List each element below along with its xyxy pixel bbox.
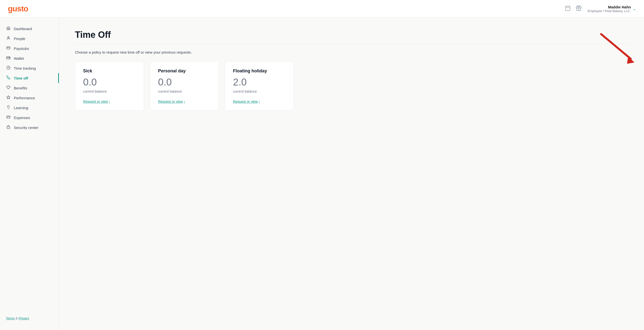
svg-point-10: [9, 58, 9, 58]
main-content: Time Off Choose a policy to request new …: [59, 18, 644, 330]
policy-card-sick[interactable]: Sick 0.0 current balance Request or view…: [75, 61, 144, 111]
sidebar-label-expenses: Expenses: [14, 116, 30, 120]
sidebar-label-security-center: Security center: [14, 125, 38, 130]
card-balance-label-floating-holiday: current balance: [233, 89, 286, 93]
page-divider: [75, 44, 628, 44]
card-link-sick[interactable]: Request or view ›: [83, 100, 136, 103]
sidebar-item-security-center[interactable]: Security center: [0, 122, 59, 132]
chevron-down-icon: ⌄: [633, 7, 636, 11]
sidebar-label-performance: Performance: [14, 96, 35, 100]
sidebar-footer: Terms & Privacy: [0, 312, 59, 324]
svg-rect-15: [7, 116, 10, 118]
clock-icon: [6, 66, 11, 71]
footer-ampersand: &: [14, 316, 18, 320]
card-balance-label-personal-day: current balance: [158, 89, 211, 93]
card-balance-floating-holiday: 2.0: [233, 77, 286, 87]
sidebar-label-wallet: Wallet: [14, 56, 24, 61]
sidebar-label-people: People: [14, 37, 26, 41]
sidebar-item-people[interactable]: People: [0, 34, 59, 44]
sidebar-item-expenses[interactable]: Expenses: [0, 113, 59, 122]
svg-rect-7: [7, 47, 10, 49]
lightbulb-icon: [6, 105, 11, 110]
card-balance-sick: 0.0: [83, 77, 136, 87]
sidebar-item-wallet[interactable]: Wallet: [0, 53, 59, 63]
sidebar: Dashboard People Payst: [0, 18, 59, 330]
sidebar-label-learning: Learning: [14, 106, 28, 110]
sidebar-label-paystubs: Paystubs: [14, 46, 29, 51]
user-menu[interactable]: Maddie Hahn Employee • Pixel Bakery, LLC…: [588, 5, 636, 13]
card-title-personal-day: Personal day: [158, 68, 211, 74]
policy-card-floating-holiday[interactable]: Floating holiday 2.0 current balance Req…: [225, 61, 294, 111]
svg-rect-17: [7, 127, 10, 128]
header-icons: [565, 5, 582, 13]
person-icon: [6, 36, 11, 41]
card-balance-label-sick: current balance: [83, 89, 136, 93]
card-link-floating-holiday[interactable]: Request or view ›: [233, 100, 286, 103]
app-header: gusto: [0, 0, 644, 18]
heart-icon: [6, 85, 11, 90]
calendar-icon[interactable]: [565, 5, 571, 13]
card-balance-personal-day: 0.0: [158, 77, 211, 87]
sidebar-item-paystubs[interactable]: Paystubs: [0, 44, 59, 53]
header-right: Maddie Hahn Employee • Pixel Bakery, LLC…: [565, 5, 636, 13]
card-title-floating-holiday: Floating holiday: [233, 68, 286, 74]
gift-icon[interactable]: [576, 5, 582, 13]
user-name: Maddie Hahn: [588, 5, 631, 9]
layout: Dashboard People Payst: [0, 18, 644, 330]
sidebar-item-time-tracking[interactable]: Time tracking: [0, 63, 59, 73]
sidebar-item-learning[interactable]: Learning: [0, 103, 59, 113]
star-icon: [6, 95, 11, 100]
nav-items: Dashboard People Payst: [0, 24, 59, 312]
svg-marker-19: [627, 56, 634, 64]
sidebar-label-benefits: Benefits: [14, 86, 27, 90]
home-icon: [6, 26, 11, 31]
privacy-link[interactable]: Privacy: [18, 316, 29, 320]
page-subtitle: Choose a policy to request new time off …: [75, 50, 628, 54]
sidebar-label-dashboard: Dashboard: [14, 27, 32, 31]
time-off-icon: [6, 76, 11, 81]
sidebar-item-performance[interactable]: Performance: [0, 93, 59, 103]
chevron-right-icon-personal-day: ›: [184, 100, 185, 103]
user-text: Maddie Hahn Employee • Pixel Bakery, LLC…: [588, 5, 631, 13]
card-link-personal-day[interactable]: Request or view ›: [158, 100, 211, 103]
terms-link[interactable]: Terms: [6, 316, 14, 320]
lock-icon: [6, 125, 11, 130]
chevron-right-icon-floating-holiday: ›: [259, 100, 260, 103]
user-role: Employee • Pixel Bakery, LLC.: [588, 9, 631, 13]
sidebar-label-time-off: Time off: [14, 76, 28, 80]
svg-marker-12: [7, 96, 10, 99]
policy-card-personal-day[interactable]: Personal day 0.0 current balance Request…: [150, 61, 219, 111]
svg-rect-0: [566, 6, 570, 11]
paystubs-icon: [6, 46, 11, 51]
expenses-icon: [6, 115, 11, 120]
logo[interactable]: gusto: [8, 4, 28, 13]
chevron-right-icon-sick: ›: [109, 100, 110, 103]
svg-point-6: [8, 37, 9, 38]
page-title: Time Off: [75, 30, 628, 40]
policy-cards: Sick 0.0 current balance Request or view…: [75, 61, 628, 111]
sidebar-label-time-tracking: Time tracking: [14, 66, 36, 70]
svg-rect-9: [7, 57, 10, 59]
sidebar-item-benefits[interactable]: Benefits: [0, 83, 59, 93]
sidebar-item-dashboard[interactable]: Dashboard: [0, 24, 59, 34]
wallet-icon: [6, 56, 11, 61]
sidebar-item-time-off[interactable]: Time off: [0, 73, 59, 83]
card-title-sick: Sick: [83, 68, 136, 74]
